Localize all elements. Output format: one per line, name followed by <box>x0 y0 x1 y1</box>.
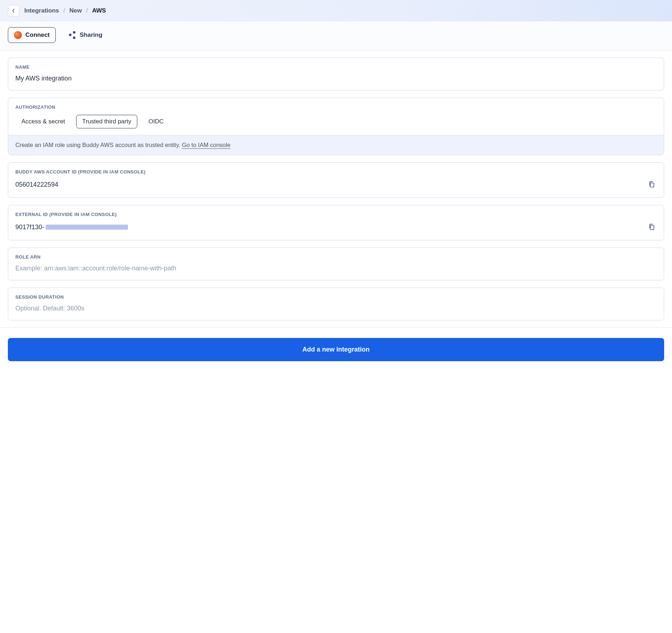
role-arn-card: ROLE ARN <box>8 247 664 280</box>
breadcrumb: Integrations / New / AWS <box>24 7 106 14</box>
authorization-info: Create an IAM role using Buddy AWS accou… <box>8 135 664 155</box>
tab-connect-label: Connect <box>25 31 50 39</box>
name-input[interactable] <box>15 75 657 82</box>
role-arn-input[interactable] <box>15 265 657 272</box>
header-bar: Integrations / New / AWS <box>0 0 672 21</box>
authorization-card: AUTHORIZATION Access & secret Trusted th… <box>8 98 664 155</box>
svg-rect-0 <box>650 183 654 187</box>
add-integration-button[interactable]: Add a new integration <box>8 338 664 361</box>
tabs-bar: Connect Sharing <box>0 21 672 50</box>
auth-option-access-secret[interactable]: Access & secret <box>15 115 71 128</box>
external-id-value: 9017f130- <box>15 224 128 231</box>
breadcrumb-aws: AWS <box>92 7 106 14</box>
authorization-segmented: Access & secret Trusted third party OIDC <box>15 115 657 128</box>
breadcrumb-integrations[interactable]: Integrations <box>24 7 59 14</box>
breadcrumb-separator: / <box>86 7 88 14</box>
content-area: NAME AUTHORIZATION Access & secret Trust… <box>0 50 672 320</box>
footer-bar: Add a new integration <box>0 328 672 373</box>
tab-sharing[interactable]: Sharing <box>62 27 108 43</box>
copy-external-id-button[interactable] <box>647 222 657 232</box>
tab-sharing-label: Sharing <box>80 31 102 39</box>
name-label: NAME <box>15 64 657 70</box>
account-id-value: 056014222594 <box>15 181 58 188</box>
auth-option-trusted-third-party[interactable]: Trusted third party <box>76 115 137 128</box>
aws-icon <box>14 31 22 39</box>
svg-rect-1 <box>650 226 654 230</box>
session-duration-card: SESSION DURATION <box>8 288 664 320</box>
account-id-card: BUDDY AWS ACCOUNT ID (PROVIDE IN IAM CON… <box>8 162 664 198</box>
session-duration-label: SESSION DURATION <box>15 294 657 300</box>
breadcrumb-new[interactable]: New <box>69 7 82 14</box>
external-id-card: EXTERNAL ID (PROVIDE IN IAM CONSOLE) 901… <box>8 205 664 240</box>
share-icon <box>68 31 76 39</box>
iam-console-link[interactable]: Go to IAM console <box>182 142 231 148</box>
chevron-left-icon <box>12 8 15 13</box>
auth-option-oidc[interactable]: OIDC <box>142 115 170 128</box>
copy-icon <box>648 181 655 188</box>
authorization-info-text: Create an IAM role using Buddy AWS accou… <box>15 142 182 148</box>
back-button[interactable] <box>8 5 19 16</box>
authorization-label: AUTHORIZATION <box>15 104 657 110</box>
breadcrumb-separator: / <box>63 7 65 14</box>
copy-account-id-button[interactable] <box>647 180 657 190</box>
external-id-redacted <box>46 225 128 230</box>
name-card: NAME <box>8 58 664 90</box>
external-id-label: EXTERNAL ID (PROVIDE IN IAM CONSOLE) <box>15 212 657 217</box>
copy-icon <box>648 224 655 231</box>
account-id-label: BUDDY AWS ACCOUNT ID (PROVIDE IN IAM CON… <box>15 169 657 175</box>
tab-connect[interactable]: Connect <box>8 27 56 43</box>
external-id-prefix: 9017f130- <box>15 224 44 231</box>
session-duration-input[interactable] <box>15 305 657 312</box>
role-arn-label: ROLE ARN <box>15 254 657 260</box>
